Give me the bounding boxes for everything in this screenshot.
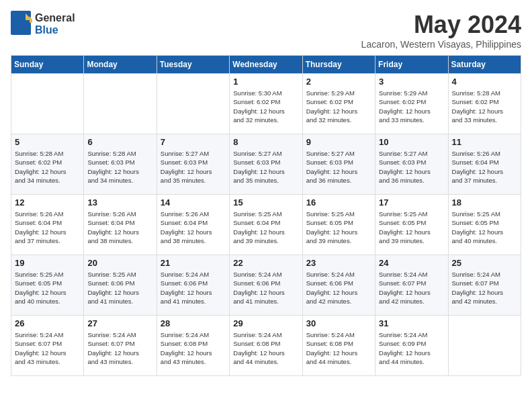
day-number: 21	[161, 258, 226, 268]
day-info: Sunrise: 5:24 AM Sunset: 6:08 PM Dayligh…	[233, 330, 298, 366]
calendar-cell: 23Sunrise: 5:24 AM Sunset: 6:06 PM Dayli…	[302, 255, 375, 316]
day-info: Sunrise: 5:26 AM Sunset: 6:04 PM Dayligh…	[161, 210, 226, 245]
day-number: 14	[161, 197, 226, 208]
logo-icon	[11, 11, 32, 38]
day-number: 7	[161, 137, 226, 147]
calendar-cell: 5Sunrise: 5:28 AM Sunset: 6:02 PM Daylig…	[11, 134, 84, 195]
day-number: 1	[233, 77, 298, 87]
calendar-cell: 30Sunrise: 5:24 AM Sunset: 6:08 PM Dayli…	[302, 316, 375, 376]
calendar-cell	[448, 316, 521, 376]
day-info: Sunrise: 5:24 AM Sunset: 6:06 PM Dayligh…	[306, 270, 371, 306]
calendar-cell: 9Sunrise: 5:27 AM Sunset: 6:03 PM Daylig…	[302, 134, 375, 195]
day-number: 3	[379, 77, 444, 87]
day-info: Sunrise: 5:25 AM Sunset: 6:04 PM Dayligh…	[233, 210, 298, 245]
calendar-week-1: 1Sunrise: 5:30 AM Sunset: 6:02 PM Daylig…	[11, 74, 521, 134]
calendar-cell: 3Sunrise: 5:29 AM Sunset: 6:02 PM Daylig…	[375, 74, 448, 134]
title-area: May 2024 Lacaron, Western Visayas, Phili…	[361, 11, 521, 50]
calendar-table: SundayMondayTuesdayWednesdayThursdayFrid…	[11, 55, 521, 376]
day-number: 16	[306, 197, 371, 208]
calendar-cell: 6Sunrise: 5:28 AM Sunset: 6:03 PM Daylig…	[84, 134, 157, 195]
calendar-header-row: SundayMondayTuesdayWednesdayThursdayFrid…	[11, 56, 521, 74]
calendar-cell: 28Sunrise: 5:24 AM Sunset: 6:08 PM Dayli…	[157, 316, 229, 376]
day-info: Sunrise: 5:26 AM Sunset: 6:04 PM Dayligh…	[15, 210, 80, 245]
day-info: Sunrise: 5:24 AM Sunset: 6:07 PM Dayligh…	[15, 330, 80, 366]
calendar-week-5: 26Sunrise: 5:24 AM Sunset: 6:07 PM Dayli…	[11, 316, 521, 376]
day-number: 8	[233, 137, 298, 147]
calendar-cell: 14Sunrise: 5:26 AM Sunset: 6:04 PM Dayli…	[157, 195, 229, 255]
svg-rect-0	[11, 11, 31, 35]
header-saturday: Saturday	[448, 56, 521, 74]
day-info: Sunrise: 5:24 AM Sunset: 6:08 PM Dayligh…	[161, 330, 226, 366]
location-subtitle: Lacaron, Western Visayas, Philippines	[361, 39, 521, 50]
day-number: 27	[87, 318, 152, 328]
day-info: Sunrise: 5:29 AM Sunset: 6:02 PM Dayligh…	[306, 89, 371, 124]
calendar-week-3: 12Sunrise: 5:26 AM Sunset: 6:04 PM Dayli…	[11, 195, 521, 255]
header-tuesday: Tuesday	[157, 56, 229, 74]
day-info: Sunrise: 5:27 AM Sunset: 6:03 PM Dayligh…	[161, 149, 226, 185]
day-info: Sunrise: 5:25 AM Sunset: 6:05 PM Dayligh…	[306, 210, 371, 245]
calendar-cell: 25Sunrise: 5:24 AM Sunset: 6:07 PM Dayli…	[448, 255, 521, 316]
calendar-cell: 20Sunrise: 5:25 AM Sunset: 6:06 PM Dayli…	[84, 255, 157, 316]
day-number: 20	[87, 258, 152, 268]
calendar-cell: 19Sunrise: 5:25 AM Sunset: 6:05 PM Dayli…	[11, 255, 84, 316]
day-info: Sunrise: 5:24 AM Sunset: 6:06 PM Dayligh…	[233, 270, 298, 306]
day-info: Sunrise: 5:24 AM Sunset: 6:07 PM Dayligh…	[452, 270, 517, 306]
calendar-cell: 31Sunrise: 5:24 AM Sunset: 6:09 PM Dayli…	[375, 316, 448, 376]
day-number: 30	[306, 318, 371, 328]
day-number: 18	[452, 197, 517, 208]
day-info: Sunrise: 5:29 AM Sunset: 6:02 PM Dayligh…	[379, 89, 444, 124]
calendar-cell: 4Sunrise: 5:28 AM Sunset: 6:02 PM Daylig…	[448, 74, 521, 134]
day-number: 9	[306, 137, 371, 147]
calendar-cell: 27Sunrise: 5:24 AM Sunset: 6:07 PM Dayli…	[84, 316, 157, 376]
month-title: May 2024	[361, 11, 521, 39]
header-monday: Monday	[84, 56, 157, 74]
day-number: 28	[161, 318, 226, 328]
day-number: 15	[233, 197, 298, 208]
day-number: 26	[15, 318, 80, 328]
day-number: 2	[306, 77, 371, 87]
calendar-cell: 26Sunrise: 5:24 AM Sunset: 6:07 PM Dayli…	[11, 316, 84, 376]
header-friday: Friday	[375, 56, 448, 74]
calendar-cell: 8Sunrise: 5:27 AM Sunset: 6:03 PM Daylig…	[230, 134, 302, 195]
day-info: Sunrise: 5:24 AM Sunset: 6:08 PM Dayligh…	[306, 330, 371, 366]
day-info: Sunrise: 5:26 AM Sunset: 6:04 PM Dayligh…	[452, 149, 517, 185]
day-info: Sunrise: 5:28 AM Sunset: 6:03 PM Dayligh…	[87, 149, 152, 185]
calendar-cell: 1Sunrise: 5:30 AM Sunset: 6:02 PM Daylig…	[230, 74, 302, 134]
day-info: Sunrise: 5:27 AM Sunset: 6:03 PM Dayligh…	[379, 149, 444, 185]
calendar-cell: 12Sunrise: 5:26 AM Sunset: 6:04 PM Dayli…	[11, 195, 84, 255]
calendar-week-4: 19Sunrise: 5:25 AM Sunset: 6:05 PM Dayli…	[11, 255, 521, 316]
day-number: 6	[87, 137, 152, 147]
calendar-cell: 24Sunrise: 5:24 AM Sunset: 6:07 PM Dayli…	[375, 255, 448, 316]
day-number: 25	[452, 258, 517, 268]
day-info: Sunrise: 5:27 AM Sunset: 6:03 PM Dayligh…	[306, 149, 371, 185]
calendar-cell: 15Sunrise: 5:25 AM Sunset: 6:04 PM Dayli…	[230, 195, 302, 255]
header-sunday: Sunday	[11, 56, 84, 74]
calendar-cell: 7Sunrise: 5:27 AM Sunset: 6:03 PM Daylig…	[157, 134, 229, 195]
logo: General Blue	[11, 11, 75, 38]
logo-general-text: General	[35, 12, 75, 24]
day-number: 13	[87, 197, 152, 208]
page-header: General Blue May 2024 Lacaron, Western V…	[11, 11, 521, 50]
day-number: 5	[15, 137, 80, 147]
day-number: 22	[233, 258, 298, 268]
day-info: Sunrise: 5:25 AM Sunset: 6:06 PM Dayligh…	[87, 270, 152, 306]
calendar-cell	[157, 74, 229, 134]
day-info: Sunrise: 5:30 AM Sunset: 6:02 PM Dayligh…	[233, 89, 298, 124]
calendar-cell: 21Sunrise: 5:24 AM Sunset: 6:06 PM Dayli…	[157, 255, 229, 316]
calendar-cell: 29Sunrise: 5:24 AM Sunset: 6:08 PM Dayli…	[230, 316, 302, 376]
day-number: 29	[233, 318, 298, 328]
day-info: Sunrise: 5:26 AM Sunset: 6:04 PM Dayligh…	[87, 210, 152, 245]
header-wednesday: Wednesday	[230, 56, 302, 74]
day-number: 10	[379, 137, 444, 147]
day-info: Sunrise: 5:24 AM Sunset: 6:07 PM Dayligh…	[379, 270, 444, 306]
calendar-cell: 18Sunrise: 5:25 AM Sunset: 6:05 PM Dayli…	[448, 195, 521, 255]
calendar-cell: 16Sunrise: 5:25 AM Sunset: 6:05 PM Dayli…	[302, 195, 375, 255]
day-info: Sunrise: 5:25 AM Sunset: 6:05 PM Dayligh…	[15, 270, 80, 306]
day-info: Sunrise: 5:24 AM Sunset: 6:06 PM Dayligh…	[161, 270, 226, 306]
day-info: Sunrise: 5:24 AM Sunset: 6:09 PM Dayligh…	[379, 330, 444, 366]
calendar-cell: 13Sunrise: 5:26 AM Sunset: 6:04 PM Dayli…	[84, 195, 157, 255]
day-number: 24	[379, 258, 444, 268]
day-number: 17	[379, 197, 444, 208]
calendar-cell: 17Sunrise: 5:25 AM Sunset: 6:05 PM Dayli…	[375, 195, 448, 255]
day-number: 23	[306, 258, 371, 268]
